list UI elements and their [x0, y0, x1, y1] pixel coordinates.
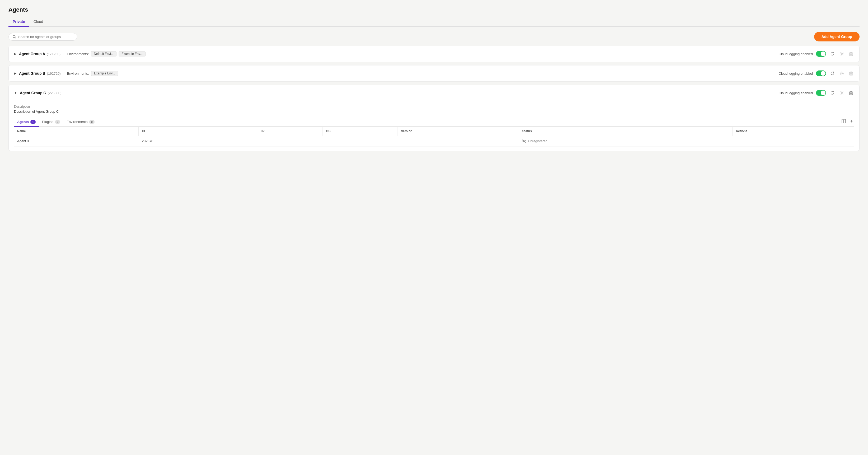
group-card-b: ▶ Agent Group B (192720) Environments: E… [8, 65, 860, 82]
group-a-cloud-label: Cloud logging enabled [779, 52, 813, 56]
svg-rect-7 [849, 92, 853, 95]
agent-status: Unregistered [519, 136, 733, 147]
col-actions: Actions [733, 127, 854, 136]
group-b-cloud-label: Cloud logging enabled [779, 71, 813, 75]
tab-cloud[interactable]: Cloud [29, 18, 48, 27]
agent-name: Agent X [14, 136, 139, 147]
group-c-actions: Cloud logging enabled [779, 90, 854, 96]
sort-icon-name: ↑ [27, 130, 29, 133]
toolbar: Add Agent Group [8, 32, 860, 41]
table-row: Agent X 282670 [14, 136, 854, 147]
inner-tab-environments[interactable]: Environments 0 [63, 118, 98, 127]
group-c-id: (226800) [48, 91, 61, 95]
svg-point-2 [841, 53, 843, 55]
search-icon [12, 35, 16, 38]
group-c-name: Agent Group C [20, 91, 46, 95]
main-tabs: Private Cloud [8, 18, 860, 27]
group-a-env-tags: Default Envi... Example Env... [91, 51, 146, 57]
columns-button[interactable] [840, 118, 847, 125]
env-tag: Example Env... [119, 51, 146, 57]
inner-tab-plugins[interactable]: Plugins 0 [39, 118, 63, 127]
cloud-logging-toggle-a[interactable] [816, 51, 826, 57]
group-b-actions: Cloud logging enabled [779, 70, 854, 76]
agents-badge: 1 [30, 120, 36, 124]
svg-point-10 [524, 140, 525, 141]
description-value: Description of Agent Group C [14, 109, 854, 113]
delete-button-a[interactable] [848, 51, 854, 57]
add-agent-button[interactable]: + [849, 118, 854, 125]
description-label: Description [14, 105, 854, 108]
col-version: Version [398, 127, 519, 136]
svg-rect-8 [842, 119, 843, 123]
group-row-b: ▶ Agent Group B (192720) Environments: E… [9, 65, 859, 81]
tab-private[interactable]: Private [8, 18, 29, 27]
add-agent-group-button[interactable]: Add Agent Group [814, 32, 860, 41]
svg-rect-5 [849, 72, 853, 75]
group-a-id: (171230) [47, 52, 61, 56]
col-name: Name ↑ [14, 127, 139, 136]
group-a-env-label: Environments: [67, 52, 89, 56]
agents-table-wrap: Name ↑ ID IP OS Version Status Actions [14, 127, 854, 147]
agents-table: Name ↑ ID IP OS Version Status Actions [14, 127, 854, 147]
group-b-name: Agent Group B [19, 71, 45, 75]
svg-line-1 [15, 37, 16, 38]
groups-list: ▶ Agent Group A (171230) Environments: D… [8, 46, 860, 151]
env-tag: Default Envi... [91, 51, 117, 57]
env-tag: Example Env... [91, 71, 118, 76]
group-c-cloud-label: Cloud logging enabled [779, 91, 813, 95]
inner-tab-actions: + [840, 118, 854, 126]
agent-ip [258, 136, 322, 147]
inner-tab-agents[interactable]: Agents 1 [14, 118, 39, 127]
svg-rect-3 [849, 53, 853, 56]
group-card-c: ▼ Agent Group C (226800) Cloud logging e… [8, 85, 860, 151]
group-b-env-tags: Example Env... [91, 71, 118, 76]
delete-button-b[interactable] [848, 71, 854, 76]
group-row-c: ▼ Agent Group C (226800) Cloud logging e… [9, 85, 859, 101]
svg-point-6 [841, 92, 843, 94]
col-id: ID [139, 127, 258, 136]
agent-os [322, 136, 398, 147]
refresh-button-c[interactable] [829, 90, 836, 96]
agent-id: 282670 [139, 136, 258, 147]
group-row-a: ▶ Agent Group A (171230) Environments: D… [9, 46, 859, 62]
settings-button-b[interactable] [839, 71, 845, 76]
environments-badge: 0 [89, 120, 94, 124]
refresh-button-a[interactable] [829, 51, 836, 57]
group-b-id: (192720) [47, 71, 61, 75]
chevron-right-icon-a[interactable]: ▶ [14, 52, 17, 56]
inner-tabs: Agents 1 Plugins 0 Environments 0 + [14, 118, 854, 127]
group-a-actions: Cloud logging enabled [779, 51, 854, 57]
chevron-down-icon-c[interactable]: ▼ [14, 91, 17, 95]
group-card-a: ▶ Agent Group A (171230) Environments: D… [8, 46, 860, 62]
group-a-name: Agent Group A [19, 52, 45, 56]
plugins-badge: 0 [55, 120, 60, 124]
page-title: Agents [8, 6, 860, 13]
chevron-right-icon-b[interactable]: ▶ [14, 71, 17, 75]
col-ip: IP [258, 127, 322, 136]
delete-button-c[interactable] [848, 90, 854, 96]
agent-version [398, 136, 519, 147]
search-wrap [8, 33, 77, 41]
settings-button-c[interactable] [839, 90, 845, 96]
table-header-row: Name ↑ ID IP OS Version Status Actions [14, 127, 854, 136]
col-os: OS [322, 127, 398, 136]
cloud-logging-toggle-c[interactable] [816, 90, 826, 96]
group-c-expanded-body: Description Description of Agent Group C… [9, 101, 859, 151]
svg-rect-9 [844, 119, 845, 123]
settings-button-a[interactable] [839, 51, 845, 57]
refresh-button-b[interactable] [829, 71, 836, 76]
agent-actions [733, 136, 854, 147]
svg-point-4 [841, 73, 843, 74]
unregistered-icon [522, 139, 526, 143]
col-status: Status [519, 127, 733, 136]
search-input[interactable] [18, 35, 73, 39]
cloud-logging-toggle-b[interactable] [816, 70, 826, 76]
group-b-env-label: Environments: [67, 71, 89, 75]
